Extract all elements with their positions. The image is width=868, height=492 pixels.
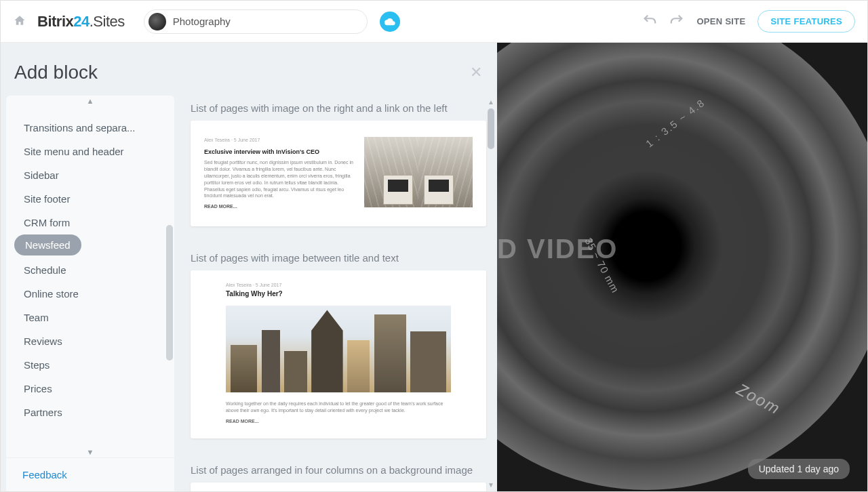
category-item[interactable]: Transitions and separa...	[14, 116, 167, 140]
panel-header: Add block ✕	[1, 43, 497, 96]
logo-prefix: Bitrix	[37, 13, 73, 30]
preview-readmore: READ MORE...	[226, 419, 467, 424]
category-sidebar: ▲ Transitions and separa... Site menu an…	[6, 96, 174, 491]
category-item-active[interactable]: Newsfeed	[14, 234, 81, 255]
category-item[interactable]: Steps	[14, 353, 167, 377]
category-item[interactable]: Site menu and header	[14, 140, 167, 163]
logo-number: 24	[73, 13, 89, 30]
blocks-scrollbar[interactable]: ▲ ▼	[488, 98, 494, 489]
preview-image	[364, 137, 473, 207]
category-item[interactable]: Team	[14, 306, 167, 329]
cloud-button[interactable]	[380, 12, 400, 32]
panel-title: Add block	[14, 62, 98, 83]
top-bar: Bitrix24.Sites Photography OPEN SITE SIT…	[1, 1, 867, 43]
block-card[interactable]: List of pages with image between title a…	[191, 252, 486, 438]
open-site-button[interactable]: OPEN SITE	[696, 16, 745, 26]
lens-image: 1 : 3.5 ~ 4.8 35 ~ 70 mm	[497, 43, 867, 490]
preview-heading: Talking Why Her?	[226, 290, 467, 298]
preview-body: Working together on the daily requires e…	[226, 401, 451, 415]
category-item[interactable]: Schedule	[14, 258, 167, 282]
updated-badge: Updated 1 day ago	[748, 459, 850, 479]
hero-text: D VIDEO	[497, 234, 618, 264]
site-selector[interactable]: Photography	[144, 9, 368, 34]
feedback-link[interactable]: Feedback	[6, 457, 174, 491]
category-item[interactable]: Partners	[14, 401, 167, 424]
preview-heading: Exclusive interview with InVision's CEO	[204, 148, 353, 157]
category-item[interactable]: Sidebar	[14, 163, 167, 187]
category-list: Transitions and separa... Site menu and …	[6, 106, 174, 447]
close-icon[interactable]: ✕	[470, 64, 482, 81]
category-item[interactable]: Prices	[14, 377, 167, 401]
preview-meta: Alex Teseira · 5 June 2017	[226, 283, 467, 287]
logo: Bitrix24.Sites	[37, 13, 125, 30]
block-list: List of pages with image on the right an…	[181, 96, 497, 491]
block-title: List of pages with image between title a…	[191, 252, 486, 264]
category-item[interactable]: CRM form	[14, 211, 167, 234]
scroll-up-arrow[interactable]: ▲	[6, 96, 174, 106]
top-right-actions: OPEN SITE SITE FEATURES	[642, 10, 855, 33]
block-preview	[191, 483, 486, 491]
category-item[interactable]: Online store	[14, 282, 167, 306]
category-scrollbar-thumb[interactable]	[166, 225, 173, 361]
block-preview: Alex Teseira · 5 June 2017 Exclusive int…	[191, 121, 486, 226]
preview-body: Sed feugiat porttitor nunc, non dignissi…	[204, 159, 353, 199]
logo-suffix: .Sites	[90, 13, 125, 30]
site-name: Photography	[173, 16, 231, 27]
block-card[interactable]: List of pages with image on the right an…	[191, 102, 486, 226]
lens-aperture-text: 1 : 3.5 ~ 4.8	[644, 96, 707, 149]
site-preview: 1 : 3.5 ~ 4.8 35 ~ 70 mm D VIDEO Updated…	[497, 43, 867, 491]
category-item[interactable]: Site footer	[14, 187, 167, 211]
scroll-down-icon[interactable]: ▼	[488, 481, 494, 489]
site-avatar	[149, 13, 166, 30]
site-features-button[interactable]: SITE FEATURES	[757, 10, 855, 33]
scroll-up-icon[interactable]: ▲	[488, 98, 494, 106]
block-preview: Alex Teseira · 5 June 2017 Talking Why H…	[191, 270, 486, 438]
home-icon[interactable]	[13, 14, 26, 29]
main-area: Add block ✕ ▲ Transitions and separa... …	[1, 43, 867, 491]
preview-readmore: READ MORE...	[204, 203, 353, 210]
scroll-down-arrow[interactable]: ▼	[6, 447, 174, 457]
block-title: List of pages arranged in four columns o…	[191, 464, 486, 476]
block-title: List of pages with image on the right an…	[191, 102, 486, 114]
block-card[interactable]: List of pages arranged in four columns o…	[191, 464, 486, 491]
preview-image	[226, 306, 451, 392]
category-item[interactable]: Reviews	[14, 329, 167, 353]
undo-icon[interactable]	[642, 13, 657, 30]
scrollbar-thumb[interactable]	[488, 108, 494, 149]
add-block-panel: Add block ✕ ▲ Transitions and separa... …	[1, 43, 497, 491]
panel-body: ▲ Transitions and separa... Site menu an…	[1, 96, 497, 491]
preview-meta: Alex Teseira · 5 June 2017	[204, 137, 353, 144]
redo-icon[interactable]	[669, 13, 684, 30]
